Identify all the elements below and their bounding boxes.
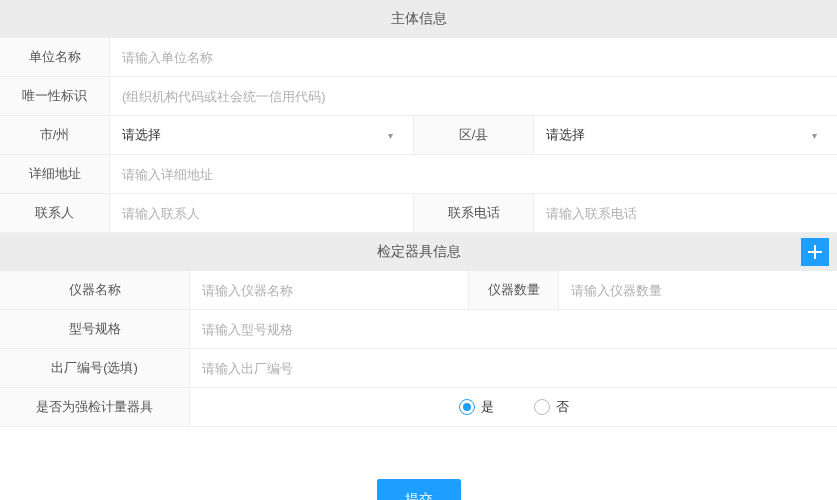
row-mandatory: 是否为强检计量器具 是 否 <box>0 388 837 427</box>
submit-button[interactable]: 提交 <box>377 479 461 500</box>
section-header-main: 主体信息 <box>0 0 837 38</box>
select-district[interactable]: 请选择 ▾ <box>534 116 837 154</box>
label-city: 市/州 <box>0 116 110 154</box>
label-instr-qty: 仪器数量 <box>469 271 559 309</box>
input-contact[interactable] <box>122 206 401 221</box>
chevron-down-icon: ▾ <box>388 130 393 141</box>
input-unique-id[interactable] <box>122 89 825 104</box>
radio-yes[interactable]: 是 <box>459 398 494 416</box>
label-phone: 联系电话 <box>414 194 534 232</box>
label-serial: 出厂编号(选填) <box>0 349 190 387</box>
svg-rect-1 <box>808 251 822 253</box>
label-unique-id: 唯一性标识 <box>0 77 110 115</box>
select-district-value: 请选择 <box>546 126 812 144</box>
label-instr-name: 仪器名称 <box>0 271 190 309</box>
row-model: 型号规格 <box>0 310 837 349</box>
label-district: 区/县 <box>414 116 534 154</box>
row-contact-phone: 联系人 联系电话 <box>0 194 837 233</box>
input-address[interactable] <box>122 167 825 182</box>
select-city[interactable]: 请选择 ▾ <box>110 116 414 154</box>
label-org-name: 单位名称 <box>0 38 110 76</box>
section-title-instrument: 检定器具信息 <box>377 243 461 259</box>
row-address: 详细地址 <box>0 155 837 194</box>
radio-icon-unchecked <box>534 399 550 415</box>
radio-yes-label: 是 <box>481 398 494 416</box>
plus-icon <box>808 245 822 259</box>
label-model: 型号规格 <box>0 310 190 348</box>
input-phone[interactable] <box>546 206 825 221</box>
add-instrument-button[interactable] <box>801 238 829 266</box>
submit-area: 提交 <box>0 439 837 500</box>
radio-icon-checked <box>459 399 475 415</box>
input-org-name[interactable] <box>122 50 825 65</box>
row-org-name: 单位名称 <box>0 38 837 77</box>
label-address: 详细地址 <box>0 155 110 193</box>
row-serial: 出厂编号(选填) <box>0 349 837 388</box>
row-instr-name-qty: 仪器名称 仪器数量 <box>0 271 837 310</box>
select-city-value: 请选择 <box>122 126 388 144</box>
spacer <box>0 427 837 439</box>
section-header-instrument: 检定器具信息 <box>0 233 837 271</box>
section-title: 主体信息 <box>391 10 447 26</box>
radio-group-mandatory: 是 否 <box>459 398 569 416</box>
label-mandatory: 是否为强检计量器具 <box>0 388 190 426</box>
input-instr-qty[interactable] <box>571 283 825 298</box>
radio-no[interactable]: 否 <box>534 398 569 416</box>
row-city-district: 市/州 请选择 ▾ 区/县 请选择 ▾ <box>0 116 837 155</box>
label-contact: 联系人 <box>0 194 110 232</box>
row-unique-id: 唯一性标识 <box>0 77 837 116</box>
input-serial[interactable] <box>202 361 825 376</box>
chevron-down-icon: ▾ <box>812 130 817 141</box>
input-instr-name[interactable] <box>202 283 456 298</box>
input-model[interactable] <box>202 322 825 337</box>
radio-no-label: 否 <box>556 398 569 416</box>
